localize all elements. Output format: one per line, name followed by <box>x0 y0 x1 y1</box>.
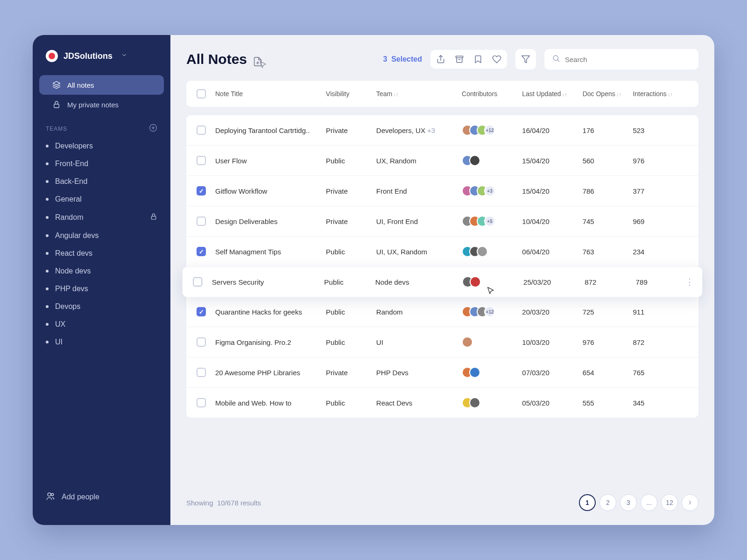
table-row[interactable]: Figma Organising. Pro.2 Public UI 10/03/… <box>186 327 698 357</box>
filter-button[interactable] <box>515 49 536 70</box>
svg-line-15 <box>557 60 559 61</box>
sidebar-team-item[interactable]: PHP devs <box>33 280 170 298</box>
col-interactions[interactable]: Interactions↓↑ <box>633 90 688 98</box>
sidebar-team-item[interactable]: React devs <box>33 245 170 262</box>
table-row[interactable]: Mobile and Web. How to Public React Devs… <box>186 388 698 418</box>
sidebar-team-item[interactable]: Node devs <box>33 262 170 280</box>
sidebar: JDSolutions All notes My private notes T… <box>33 35 170 525</box>
col-contributors[interactable]: Contributors <box>462 90 522 98</box>
nav-private-notes[interactable]: My private notes <box>39 95 164 114</box>
page-button[interactable]: 1 <box>579 494 596 511</box>
lock-icon <box>150 213 157 222</box>
note-title: Figma Organising. Pro.2 <box>215 338 326 346</box>
col-title[interactable]: Note Title <box>215 90 326 98</box>
avatar-more: +5 <box>484 216 495 227</box>
note-team: React Devs <box>376 399 462 407</box>
chevron-down-icon <box>121 52 127 60</box>
table-row[interactable]: Self Managment Tips Public UI, UX, Rando… <box>186 237 698 267</box>
contributors <box>462 336 522 348</box>
team-label: Front-End <box>55 160 88 168</box>
bookmark-button[interactable] <box>472 54 484 65</box>
note-interactions: 789 <box>636 278 692 286</box>
team-label: PHP devs <box>55 285 88 293</box>
sidebar-team-item[interactable]: Developers <box>33 137 170 155</box>
page-button[interactable]: 12 <box>661 494 678 511</box>
table-row[interactable]: 20 Awesome PHP Libraries Private PHP Dev… <box>186 357 698 388</box>
table-row[interactable]: Deploying Tarantool Cartrtidg.. Private … <box>186 115 698 146</box>
sidebar-team-item[interactable]: Random <box>33 208 170 227</box>
table-row[interactable]: Gitflow Workflow Private Front End +3 15… <box>186 176 698 206</box>
svg-rect-1 <box>54 104 59 108</box>
topbar: All Notes 3 Selected <box>186 49 698 70</box>
table-row[interactable]: Servers Security Public Node devs 25/03/… <box>183 267 702 297</box>
brand-selector[interactable]: JDSolutions <box>33 50 170 62</box>
bullet-icon <box>46 341 49 343</box>
note-visibility: Public <box>324 278 375 286</box>
note-visibility: Public <box>326 248 376 256</box>
row-checkbox[interactable] <box>197 368 206 377</box>
next-page-button[interactable] <box>682 494 698 511</box>
table-row[interactable]: Design Deliverables Private UI, Front En… <box>186 206 698 237</box>
add-people-button[interactable]: Add people <box>33 484 170 510</box>
row-menu-button[interactable]: ⋮ <box>685 277 694 287</box>
results-summary: Showing 10/678 results <box>186 499 261 507</box>
sidebar-team-item[interactable]: General <box>33 190 170 208</box>
avatar <box>462 336 473 348</box>
note-team: Node devs <box>375 278 462 286</box>
avatar-more: +12 <box>484 306 495 317</box>
archive-button[interactable] <box>454 54 465 65</box>
sidebar-team-item[interactable]: Devops <box>33 298 170 315</box>
nav-label: All notes <box>67 81 94 89</box>
row-checkbox[interactable] <box>197 126 206 135</box>
row-checkbox[interactable] <box>197 247 206 256</box>
bullet-icon <box>46 145 49 147</box>
sidebar-team-item[interactable]: UI <box>33 333 170 351</box>
table-header: Note Title Visibility Team↓↑ Contributor… <box>186 81 698 107</box>
contributors <box>462 397 522 408</box>
note-visibility: Public <box>326 399 376 407</box>
page-button[interactable]: 3 <box>620 494 637 511</box>
search-input[interactable] <box>565 56 691 63</box>
row-checkbox[interactable] <box>197 307 206 316</box>
note-title: Servers Security <box>212 278 324 286</box>
table-footer: Showing 10/678 results 123...12 <box>186 494 698 511</box>
table-row[interactable]: Quarantine Hacks for geeks Public Random… <box>186 297 698 327</box>
note-team: UI, UX, Random <box>376 248 462 256</box>
sidebar-team-item[interactable]: Back-End <box>33 173 170 190</box>
favorite-button[interactable] <box>491 54 502 65</box>
avatar <box>477 246 488 257</box>
new-note-icon[interactable] <box>253 54 263 64</box>
row-checkbox[interactable] <box>197 217 206 226</box>
col-updated[interactable]: Last Updated↓↑ <box>522 90 582 98</box>
team-label: Back-End <box>55 177 87 186</box>
nav-all-notes[interactable]: All notes <box>39 75 164 95</box>
note-team: UI, Front End <box>376 217 462 225</box>
row-checkbox[interactable] <box>197 186 206 196</box>
note-team: Developers, UX+3 <box>376 126 462 134</box>
contributors <box>462 246 522 257</box>
search-box[interactable] <box>544 49 698 70</box>
svg-point-7 <box>51 493 54 496</box>
sort-icon: ↓↑ <box>393 91 398 97</box>
add-team-button[interactable] <box>149 124 157 133</box>
sidebar-team-item[interactable]: Angular devs <box>33 227 170 245</box>
svg-point-6 <box>48 493 51 496</box>
note-updated: 07/03/20 <box>522 369 582 377</box>
page-button[interactable]: ... <box>641 494 657 511</box>
row-checkbox[interactable] <box>197 156 206 165</box>
row-checkbox[interactable] <box>197 398 206 407</box>
sidebar-team-item[interactable]: Front-End <box>33 155 170 173</box>
row-checkbox[interactable] <box>197 337 206 347</box>
col-visibility[interactable]: Visibility <box>326 90 376 98</box>
col-team[interactable]: Team↓↑ <box>376 90 462 98</box>
sidebar-team-item[interactable]: UX <box>33 315 170 333</box>
row-checkbox[interactable] <box>193 277 202 287</box>
select-all-checkbox[interactable] <box>197 89 206 98</box>
note-title: Self Managment Tips <box>215 248 326 256</box>
share-button[interactable] <box>435 54 446 65</box>
note-team: UX, Random <box>376 157 462 165</box>
note-opens: 976 <box>583 338 633 346</box>
table-row[interactable]: User Flow Public UX, Random 15/04/20 560… <box>186 146 698 176</box>
page-button[interactable]: 2 <box>599 494 616 511</box>
col-opens[interactable]: Doc Opens↓↑ <box>583 90 633 98</box>
